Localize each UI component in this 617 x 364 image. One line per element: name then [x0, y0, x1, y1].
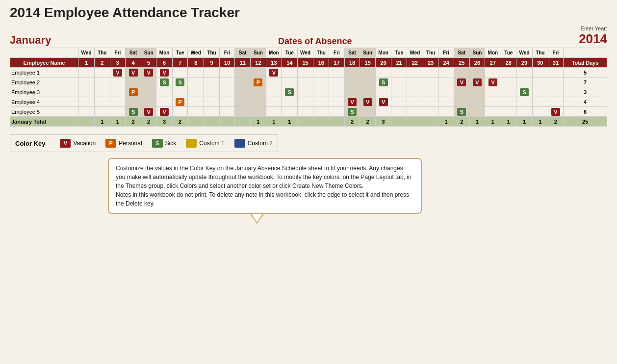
emp-2-day-22[interactable] [407, 78, 423, 87]
emp-3-day-15[interactable] [297, 87, 313, 97]
emp-4-day-23[interactable] [423, 97, 438, 107]
emp-1-day-7[interactable] [172, 68, 188, 78]
emp-4-day-27[interactable] [485, 97, 501, 107]
emp-4-day-4[interactable] [126, 97, 141, 107]
emp-1-day-24[interactable] [438, 68, 454, 78]
emp-5-day-13[interactable] [266, 107, 282, 117]
emp-3-day-8[interactable] [188, 87, 204, 97]
emp-3-day-21[interactable] [391, 87, 407, 97]
emp-5-day-12[interactable] [251, 107, 266, 117]
emp-4-day-6[interactable] [156, 97, 172, 107]
emp-2-day-2[interactable] [94, 78, 110, 87]
emp-4-day-25[interactable] [454, 97, 469, 107]
emp-2-day-27[interactable]: V [485, 78, 501, 87]
emp-2-day-9[interactable] [204, 78, 220, 87]
emp-3-day-11[interactable] [235, 87, 251, 97]
year-value[interactable]: 2014 [579, 31, 607, 47]
emp-1-day-25[interactable] [454, 68, 469, 78]
emp-2-day-3[interactable] [110, 78, 126, 87]
emp-4-day-18[interactable]: V [344, 97, 360, 107]
emp-2-day-7[interactable]: S [172, 78, 188, 87]
emp-2-day-28[interactable] [501, 78, 516, 87]
emp-1-day-8[interactable] [188, 68, 204, 78]
emp-5-day-2[interactable] [94, 107, 110, 117]
emp-3-day-9[interactable] [204, 87, 220, 97]
emp-5-day-30[interactable] [532, 107, 548, 117]
emp-1-day-11[interactable] [235, 68, 251, 78]
emp-4-day-7[interactable]: P [172, 97, 188, 107]
emp-4-day-1[interactable] [78, 97, 95, 107]
emp-3-day-4[interactable]: P [126, 87, 141, 97]
emp-1-day-18[interactable] [344, 68, 360, 78]
emp-3-day-24[interactable] [438, 87, 454, 97]
emp-1-day-12[interactable] [251, 68, 266, 78]
emp-4-day-21[interactable] [391, 97, 407, 107]
emp-5-day-25[interactable]: S [454, 107, 469, 117]
emp-4-day-13[interactable] [266, 97, 282, 107]
emp-2-day-15[interactable] [297, 78, 313, 87]
emp-2-day-1[interactable] [78, 78, 95, 87]
emp-5-day-3[interactable] [110, 107, 126, 117]
emp-5-day-29[interactable] [516, 107, 533, 117]
emp-1-day-19[interactable] [360, 68, 376, 78]
emp-3-day-25[interactable] [454, 87, 469, 97]
emp-1-day-31[interactable] [548, 68, 564, 78]
emp-2-day-20[interactable]: S [375, 78, 391, 87]
emp-2-day-24[interactable] [438, 78, 454, 87]
emp-3-day-29[interactable]: S [516, 87, 533, 97]
emp-3-day-16[interactable] [313, 87, 329, 97]
emp-2-day-31[interactable] [548, 78, 564, 87]
emp-1-day-5[interactable]: V [141, 68, 156, 78]
emp-3-day-6[interactable] [156, 87, 172, 97]
emp-4-day-19[interactable]: V [360, 97, 376, 107]
emp-5-day-17[interactable] [329, 107, 345, 117]
emp-4-day-14[interactable] [282, 97, 298, 107]
emp-1-day-27[interactable] [485, 68, 501, 78]
emp-2-day-6[interactable]: S [156, 78, 172, 87]
emp-5-day-23[interactable] [423, 107, 438, 117]
emp-4-day-3[interactable] [110, 97, 126, 107]
emp-3-day-10[interactable] [219, 87, 235, 97]
emp-3-day-5[interactable] [141, 87, 156, 97]
emp-5-day-9[interactable] [204, 107, 220, 117]
emp-5-day-24[interactable] [438, 107, 454, 117]
emp-1-day-3[interactable]: V [110, 68, 126, 78]
emp-1-day-10[interactable] [219, 68, 235, 78]
emp-2-day-8[interactable] [188, 78, 204, 87]
emp-4-day-2[interactable] [94, 97, 110, 107]
emp-4-day-16[interactable] [313, 97, 329, 107]
emp-3-day-14[interactable]: S [282, 87, 298, 97]
emp-1-day-1[interactable] [78, 68, 95, 78]
emp-4-day-30[interactable] [532, 97, 548, 107]
emp-5-day-20[interactable] [375, 107, 391, 117]
emp-1-day-26[interactable] [469, 68, 485, 78]
emp-1-day-28[interactable] [501, 68, 516, 78]
emp-1-day-29[interactable] [516, 68, 533, 78]
emp-3-day-30[interactable] [532, 87, 548, 97]
emp-1-day-17[interactable] [329, 68, 345, 78]
emp-4-day-9[interactable] [204, 97, 220, 107]
emp-3-day-23[interactable] [423, 87, 438, 97]
emp-1-day-4[interactable]: V [126, 68, 141, 78]
emp-5-day-7[interactable] [172, 107, 188, 117]
emp-2-day-4[interactable] [126, 78, 141, 87]
emp-4-day-8[interactable] [188, 97, 204, 107]
emp-2-day-13[interactable] [266, 78, 282, 87]
emp-1-day-6[interactable]: V [156, 68, 172, 78]
emp-5-day-27[interactable] [485, 107, 501, 117]
emp-3-day-19[interactable] [360, 87, 376, 97]
emp-5-day-1[interactable] [78, 107, 95, 117]
emp-2-day-26[interactable]: V [469, 78, 485, 87]
emp-2-day-19[interactable] [360, 78, 376, 87]
emp-1-day-21[interactable] [391, 68, 407, 78]
emp-4-day-17[interactable] [329, 97, 345, 107]
emp-2-day-5[interactable] [141, 78, 156, 87]
emp-5-day-14[interactable] [282, 107, 298, 117]
emp-3-day-1[interactable] [78, 87, 95, 97]
emp-5-day-6[interactable]: V [156, 107, 172, 117]
emp-2-day-21[interactable] [391, 78, 407, 87]
emp-2-day-16[interactable] [313, 78, 329, 87]
emp-5-day-16[interactable] [313, 107, 329, 117]
emp-4-day-26[interactable] [469, 97, 485, 107]
emp-5-day-21[interactable] [391, 107, 407, 117]
